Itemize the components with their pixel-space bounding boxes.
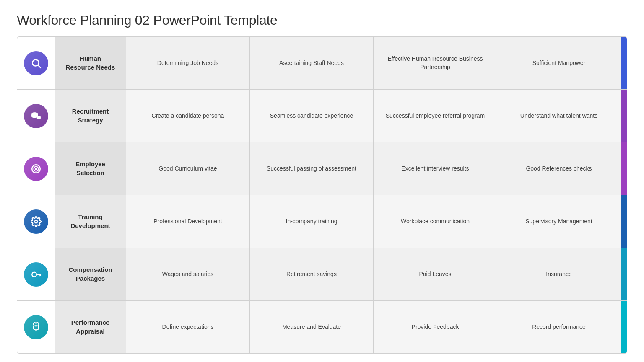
svg-line-1 <box>38 65 41 67</box>
svg-point-10 <box>32 272 36 277</box>
row-label-cell: Human Resource Needs <box>55 37 126 89</box>
accent-bar <box>621 195 627 248</box>
cell-text: Record performance <box>532 323 586 331</box>
data-cell-5-1: Measure and Evaluate <box>250 301 374 353</box>
table-row-2: Employee SelectionGood Curriculum vitaeS… <box>17 142 627 195</box>
accent-bar <box>621 90 627 142</box>
cell-text: Measure and Evaluate <box>282 323 341 331</box>
data-cell-5-3: Record performance <box>497 301 621 353</box>
target-icon <box>24 157 48 181</box>
data-cell-1-3: Understand what talent wants <box>497 90 621 142</box>
data-cell-3-2: Workplace communication <box>374 195 497 248</box>
row-label: Recruitment Strategy <box>72 107 109 124</box>
main-table: Human Resource NeedsDetermining Job Need… <box>17 36 627 354</box>
data-cell-3-1: In-company training <box>250 195 374 248</box>
cell-text: Professional Development <box>153 217 222 226</box>
cell-text: Wages and salaries <box>162 270 213 279</box>
accent-bar <box>621 37 627 89</box>
data-cell-5-0: Define expectations <box>126 301 250 353</box>
data-cell-1-1: Seamless candidate experience <box>250 90 374 142</box>
row-label-cell: Compensation Packages <box>55 248 126 300</box>
row-label: Training Development <box>70 213 110 230</box>
data-cell-4-3: Insurance <box>497 248 621 300</box>
cell-text: Paid Leaves <box>419 270 451 279</box>
row-label-cell: Employee Selection <box>55 142 126 195</box>
key-icon <box>24 262 48 287</box>
cell-text: Successful employee referral program <box>386 112 485 120</box>
row-label: Human Resource Needs <box>66 54 115 72</box>
cell-text: Workplace communication <box>401 217 470 226</box>
data-cell-4-2: Paid Leaves <box>374 248 497 300</box>
icon-cell <box>17 248 55 300</box>
row-label: Performance Appraisal <box>71 318 110 336</box>
cell-text: Ascertaining Staff Needs <box>279 59 344 67</box>
cell-text: Supervisory Management <box>525 217 592 226</box>
data-cell-2-0: Good Curriculum vitae <box>126 142 250 195</box>
svg-point-9 <box>35 220 38 223</box>
accent-bar <box>621 142 627 195</box>
cell-text: Excellent interview results <box>401 165 469 173</box>
cell-text: Good References checks <box>526 165 592 173</box>
cell-text: Successful passing of assessment <box>267 165 356 173</box>
icon-cell <box>17 195 55 248</box>
row-label-cell: Recruitment Strategy <box>55 90 126 142</box>
accent-bar <box>621 248 627 300</box>
page-title: Workforce Planning 02 PowerPoint Templat… <box>17 13 627 28</box>
svg-point-14 <box>36 325 36 326</box>
row-label: Employee Selection <box>75 160 105 177</box>
data-cell-1-0: Create a candidate persona <box>126 90 250 142</box>
cell-text: Understand what talent wants <box>520 112 597 120</box>
data-cell-4-1: Retirement savings <box>250 248 374 300</box>
table-row-0: Human Resource NeedsDetermining Job Need… <box>17 37 627 90</box>
data-cell-2-2: Excellent interview results <box>374 142 497 195</box>
cell-text: In-company training <box>286 217 338 226</box>
icon-cell <box>17 301 55 353</box>
row-label-cell: Performance Appraisal <box>55 301 126 353</box>
table-row-3: Training DevelopmentProfessional Develop… <box>17 195 627 248</box>
row-label-cell: Training Development <box>55 195 126 248</box>
icon-cell <box>17 37 55 89</box>
cell-text: Good Curriculum vitae <box>158 165 217 173</box>
data-cell-0-2: Effective Human Resource Business Partne… <box>374 37 497 89</box>
cell-text: Sufficient Manpower <box>532 59 586 67</box>
cell-text: Retirement savings <box>286 270 337 279</box>
data-cell-4-0: Wages and salaries <box>126 248 250 300</box>
coins-icon <box>24 104 48 128</box>
data-cell-2-1: Successful passing of assessment <box>250 142 374 195</box>
cell-text: Insurance <box>546 270 571 279</box>
data-cell-1-2: Successful employee referral program <box>374 90 497 142</box>
data-cell-2-3: Good References checks <box>497 142 621 195</box>
data-cell-3-3: Supervisory Management <box>497 195 621 248</box>
cell-text: Define expectations <box>162 323 214 331</box>
brain-icon <box>24 315 48 339</box>
cell-text: Determining Job Needs <box>157 59 218 67</box>
gear-icon <box>24 209 48 234</box>
row-label: Compensation Packages <box>68 266 112 283</box>
cell-text: Create a candidate persona <box>152 112 224 120</box>
table-row-4: Compensation PackagesWages and salariesR… <box>17 248 627 301</box>
data-cell-3-0: Professional Development <box>126 195 250 248</box>
icon-cell <box>17 90 55 142</box>
cell-text: Provide Feedback <box>412 323 459 331</box>
cell-text: Effective Human Resource Business Partne… <box>379 55 492 71</box>
table-row-5: Performance AppraisalDefine expectations… <box>17 301 627 353</box>
table-row-1: Recruitment StrategyCreate a candidate p… <box>17 90 627 142</box>
icon-cell <box>17 142 55 195</box>
svg-point-6 <box>35 168 36 169</box>
accent-bar <box>621 301 627 353</box>
data-cell-0-3: Sufficient Manpower <box>497 37 621 89</box>
data-cell-0-1: Ascertaining Staff Needs <box>250 37 374 89</box>
cell-text: Seamless candidate experience <box>270 112 353 120</box>
data-cell-0-0: Determining Job Needs <box>126 37 250 89</box>
search-icon <box>24 51 48 75</box>
data-cell-5-2: Provide Feedback <box>374 301 497 353</box>
